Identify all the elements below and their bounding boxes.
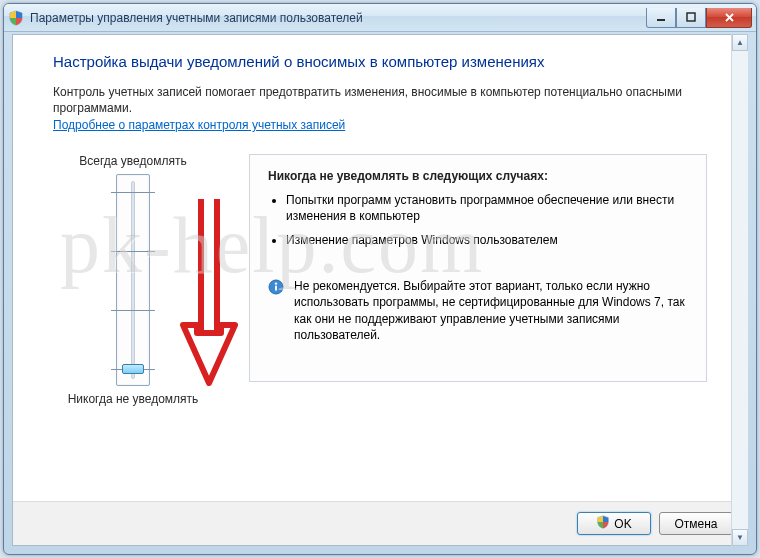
close-button[interactable]: [706, 8, 752, 28]
slider-thumb[interactable]: [122, 364, 144, 374]
uac-shield-icon: [596, 515, 610, 532]
client-area: Настройка выдачи уведомлений о вносимых …: [12, 34, 748, 546]
slider-label-always: Всегда уведомлять: [79, 154, 186, 168]
bullet-item: Изменение параметров Windows пользовател…: [286, 233, 688, 249]
vertical-scrollbar[interactable]: ▲ ▼: [731, 34, 748, 546]
window-chrome: Параметры управления учетными записями п…: [3, 3, 757, 555]
scroll-down-button[interactable]: ▼: [732, 529, 748, 546]
svg-rect-0: [657, 19, 665, 21]
info-icon: [268, 279, 284, 295]
description-bullets: Попытки программ установить программное …: [268, 193, 688, 248]
bullet-item: Попытки программ установить программное …: [286, 193, 688, 224]
page-title: Настройка выдачи уведомлений о вносимых …: [53, 53, 707, 70]
help-link[interactable]: Подробнее о параметрах контроля учетных …: [53, 118, 345, 132]
intro-text: Контроль учетных записей помогает предот…: [53, 84, 707, 116]
recommendation-text: Не рекомендуется. Выбирайте этот вариант…: [294, 278, 688, 343]
cancel-button[interactable]: Отмена: [659, 512, 733, 535]
maximize-button[interactable]: [676, 8, 706, 28]
window-title: Параметры управления учетными записями п…: [30, 11, 646, 25]
slider-area: Всегда уведомлять Никогда не уведомлять …: [53, 154, 707, 406]
slider-groove: [131, 181, 135, 379]
ok-button-label: OK: [614, 517, 631, 531]
uac-shield-icon: [8, 10, 24, 26]
slider-tick: [111, 251, 155, 252]
svg-point-3: [275, 283, 277, 285]
slider-column: Всегда уведомлять Никогда не уведомлять: [53, 154, 213, 406]
scroll-up-button[interactable]: ▲: [732, 34, 748, 51]
slider-label-never: Никогда не уведомлять: [68, 392, 199, 406]
svg-rect-4: [275, 286, 277, 291]
svg-rect-1: [687, 13, 695, 21]
description-box: Никогда не уведомлять в следующих случая…: [249, 154, 707, 382]
description-heading: Никогда не уведомлять в следующих случая…: [268, 169, 688, 183]
recommendation-row: Не рекомендуется. Выбирайте этот вариант…: [268, 278, 688, 343]
footer: OK Отмена: [13, 501, 747, 545]
window-buttons: [646, 8, 752, 28]
minimize-button[interactable]: [646, 8, 676, 28]
uac-slider[interactable]: [116, 174, 150, 386]
slider-tick: [111, 192, 155, 193]
cancel-button-label: Отмена: [674, 517, 717, 531]
titlebar[interactable]: Параметры управления учетными записями п…: [4, 4, 756, 32]
ok-button[interactable]: OK: [577, 512, 651, 535]
content: Настройка выдачи уведомлений о вносимых …: [13, 35, 747, 501]
slider-tick: [111, 310, 155, 311]
